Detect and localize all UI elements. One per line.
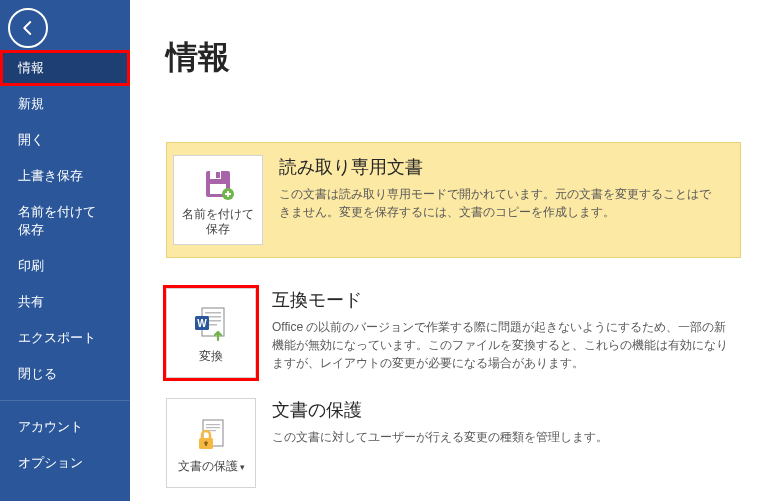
readonly-title: 読み取り専用文書 xyxy=(279,155,720,179)
svg-rect-6 xyxy=(205,312,221,314)
protect-desc: この文書に対してユーザーが行える変更の種類を管理します。 xyxy=(272,428,731,446)
nav-print[interactable]: 印刷 xyxy=(0,248,130,284)
save-icon xyxy=(200,164,236,203)
chevron-down-icon: ▾ xyxy=(240,462,245,472)
nav-label: 開く xyxy=(18,132,44,147)
nav-label: 印刷 xyxy=(18,258,44,273)
protect-title: 文書の保護 xyxy=(272,398,731,422)
nav-label: アカウント xyxy=(18,419,83,434)
compat-title: 互換モード xyxy=(272,288,731,312)
nav-divider xyxy=(0,400,130,401)
nav-label: 名前を付けて 保存 xyxy=(18,204,96,237)
nav-save[interactable]: 上書き保存 xyxy=(0,158,130,194)
nav-info[interactable]: 情報 xyxy=(0,50,130,86)
nav-label: 上書き保存 xyxy=(18,168,83,183)
page-title: 情報 xyxy=(166,36,766,80)
protect-text: 文書の保護 この文書に対してユーザーが行える変更の種類を管理します。 xyxy=(272,398,741,446)
svg-rect-13 xyxy=(206,424,220,425)
nav-label: 共有 xyxy=(18,294,44,309)
button-label: 名前を付けて保存 xyxy=(178,207,258,236)
button-label: 文書の保護▾ xyxy=(178,459,245,473)
back-button[interactable] xyxy=(8,8,48,48)
nav-options[interactable]: オプション xyxy=(0,445,130,481)
main-content: 情報 名前を付けて保存 読み取り専用文書 この文書は読み取り専用モードで開かれて… xyxy=(130,0,766,501)
save-as-button[interactable]: 名前を付けて保存 xyxy=(173,155,263,245)
button-label: 変換 xyxy=(199,349,223,363)
nav-account[interactable]: アカウント xyxy=(0,409,130,445)
nav-label: 新規 xyxy=(18,96,44,111)
nav-label: オプション xyxy=(18,455,83,470)
nav-label: エクスポート xyxy=(18,330,96,345)
svg-text:W: W xyxy=(197,318,207,329)
lock-icon xyxy=(193,413,229,455)
nav-label: 閉じる xyxy=(18,366,57,381)
arrow-left-icon xyxy=(19,19,37,37)
readonly-text: 読み取り専用文書 この文書は読み取り専用モードで開かれています。元の文書を変更す… xyxy=(279,155,730,221)
backstage-sidebar: 情報 新規 開く 上書き保存 名前を付けて 保存 印刷 共有 エクスポート 閉じ… xyxy=(0,0,130,501)
svg-rect-2 xyxy=(216,172,220,178)
convert-button[interactable]: W 変換 xyxy=(166,288,256,378)
nav-save-as[interactable]: 名前を付けて 保存 xyxy=(0,194,130,248)
nav-close[interactable]: 閉じる xyxy=(0,356,130,392)
nav-new[interactable]: 新規 xyxy=(0,86,130,122)
convert-icon: W xyxy=(191,303,231,345)
nav-export[interactable]: エクスポート xyxy=(0,320,130,356)
protect-section: 文書の保護▾ 文書の保護 この文書に対してユーザーが行える変更の種類を管理します… xyxy=(166,398,741,488)
compat-section: W 変換 互換モード Office の以前のバージョンで作業する際に問題が起きな… xyxy=(166,288,741,378)
nav-label: 情報 xyxy=(18,60,44,75)
nav-share[interactable]: 共有 xyxy=(0,284,130,320)
readonly-banner: 名前を付けて保存 読み取り専用文書 この文書は読み取り専用モードで開かれています… xyxy=(166,142,741,258)
svg-rect-14 xyxy=(206,427,220,428)
nav-open[interactable]: 開く xyxy=(0,122,130,158)
svg-rect-18 xyxy=(205,443,207,446)
compat-text: 互換モード Office の以前のバージョンで作業する際に問題が起きないようにす… xyxy=(272,288,741,372)
protect-button[interactable]: 文書の保護▾ xyxy=(166,398,256,488)
compat-desc: Office の以前のバージョンで作業する際に問題が起きないようにするため、一部… xyxy=(272,318,731,372)
readonly-desc: この文書は読み取り専用モードで開かれています。元の文書を変更することはできません… xyxy=(279,185,720,221)
